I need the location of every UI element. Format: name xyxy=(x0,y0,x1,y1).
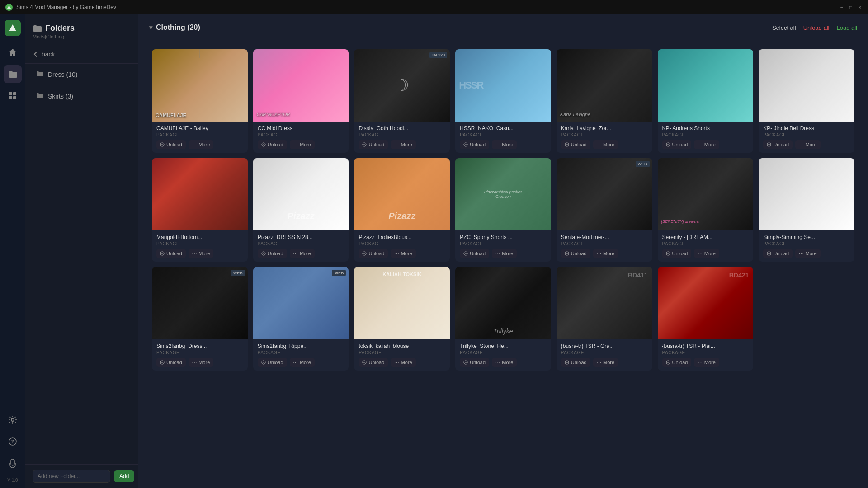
mod-actions: Unload ··· More xyxy=(258,140,344,149)
mod-card[interactable]: KP- Jingle Bell Dress PACKAGE Unload ···… xyxy=(759,49,854,153)
more-button[interactable]: ··· More xyxy=(290,249,315,258)
sidebar-item-dress-label: Dress (10) xyxy=(48,71,77,78)
mod-card[interactable]: KP- Andreus Shorts PACKAGE Unload ··· Mo… xyxy=(658,49,754,153)
section-title: Clothing (20) xyxy=(156,23,200,32)
more-button[interactable]: ··· More xyxy=(694,358,719,367)
cursive-overlay: Karla Lavigne xyxy=(560,112,590,117)
unload-button[interactable]: Unload xyxy=(258,358,287,367)
add-folder-input[interactable] xyxy=(33,470,110,483)
mod-badge: WEB xyxy=(231,270,245,276)
more-button[interactable]: ··· More xyxy=(391,358,415,367)
unload-button[interactable]: Unload xyxy=(460,358,489,367)
mod-card[interactable]: Trillyke Trillyke_Stone_He... PACKAGE Un… xyxy=(455,267,551,371)
unload-button[interactable]: Unload xyxy=(662,140,692,149)
mod-card[interactable]: Simply-Simming Se... PACKAGE Unload ··· … xyxy=(759,158,854,262)
more-button[interactable]: ··· More xyxy=(492,140,517,149)
mod-type: PACKAGE xyxy=(561,350,648,355)
load-all-button[interactable]: Load all xyxy=(836,24,857,31)
maximize-button[interactable]: □ xyxy=(848,5,854,10)
mod-badge: WEB xyxy=(636,161,650,167)
unload-button[interactable]: Unload xyxy=(156,140,186,149)
more-button[interactable]: ··· More xyxy=(492,358,517,367)
brand-overlay: CAMUFLAJE xyxy=(156,113,186,118)
unload-button[interactable]: Unload xyxy=(359,358,388,367)
mod-actions: Unload ··· More xyxy=(258,358,344,367)
more-button[interactable]: ··· More xyxy=(189,140,213,149)
svg-marker-0 xyxy=(7,5,11,9)
more-button[interactable]: ··· More xyxy=(391,249,415,258)
more-button[interactable]: ··· More xyxy=(593,249,618,258)
more-button[interactable]: ··· More xyxy=(391,140,415,149)
mod-card[interactable]: MarigoldFBottom... PACKAGE Unload ··· Mo… xyxy=(152,158,248,262)
unload-button[interactable]: Unload xyxy=(561,249,590,258)
mod-name: {busra-tr} TSR - Plai... xyxy=(662,343,749,349)
more-button[interactable]: ··· More xyxy=(795,140,820,149)
nav-settings-button[interactable] xyxy=(4,411,22,429)
nav-clip-button[interactable] xyxy=(4,454,22,472)
nav-grid-button[interactable] xyxy=(4,87,22,105)
minimize-button[interactable]: − xyxy=(839,5,844,10)
mod-card[interactable]: KALIAH TOKSIK toksik_kaliah_blouse PACKA… xyxy=(354,267,450,371)
mod-thumbnail: KALIAH TOKSIK xyxy=(354,267,450,339)
nav-rail: ? V 1.0 xyxy=(0,14,25,488)
mod-name: Pizazz_LadiesBlous... xyxy=(359,234,445,240)
sidebar-item-skirts[interactable]: Skirts (3) xyxy=(29,86,135,106)
mod-card[interactable]: [SERENITY] dreamer Serenity - [DREAM... … xyxy=(658,158,754,262)
pizazz-overlay: Pizazz xyxy=(388,211,415,221)
mod-actions: Unload ··· More xyxy=(662,249,749,258)
nav-folder-button[interactable] xyxy=(4,65,22,83)
unload-button[interactable]: Unload xyxy=(460,140,489,149)
unload-all-button[interactable]: Unload all xyxy=(803,24,830,31)
more-button[interactable]: ··· More xyxy=(492,249,517,258)
mod-card[interactable]: HSSR HSSR_NAKO_Casu... PACKAGE Unload ··… xyxy=(455,49,551,153)
unload-button[interactable]: Unload xyxy=(561,140,590,149)
unload-button[interactable]: Unload xyxy=(359,140,388,149)
unload-button[interactable]: Unload xyxy=(662,249,692,258)
mod-card[interactable]: Pinkzombiecupcakes Creation PZC_Sporty S… xyxy=(455,158,551,262)
select-all-button[interactable]: Select all xyxy=(772,24,796,31)
unload-button[interactable]: Unload xyxy=(460,249,489,258)
unload-button[interactable]: Unload xyxy=(763,140,793,149)
unload-button[interactable]: Unload xyxy=(763,249,793,258)
unload-button[interactable]: Unload xyxy=(156,249,186,258)
more-button[interactable]: ··· More xyxy=(795,249,820,258)
more-button[interactable]: ··· More xyxy=(189,249,213,258)
mod-card[interactable]: BD421 {busra-tr} TSR - Plai... PACKAGE U… xyxy=(658,267,754,371)
more-button[interactable]: ··· More xyxy=(290,358,315,367)
mod-card[interactable]: WEB Sims2fanbg_Dress... PACKAGE Unload ·… xyxy=(152,267,248,371)
more-button[interactable]: ··· More xyxy=(694,140,719,149)
mod-type: PACKAGE xyxy=(156,132,243,137)
add-folder-button[interactable]: Add xyxy=(114,470,134,482)
more-button[interactable]: ··· More xyxy=(189,358,213,367)
more-button[interactable]: ··· More xyxy=(593,358,618,367)
nav-home-button[interactable] xyxy=(4,43,22,61)
mod-card[interactable]: BD411 {busra-tr} TSR - Gra... PACKAGE Un… xyxy=(557,267,652,371)
back-button[interactable]: back xyxy=(25,45,138,64)
mod-card[interactable]: WEB Sentate-Mortimer-... PACKAGE Unload … xyxy=(557,158,652,262)
mod-card[interactable]: CAMUFLAJE CAMUFLAJE - Bailey PACKAGE Unl… xyxy=(152,49,248,153)
unload-button[interactable]: Unload xyxy=(156,358,186,367)
unload-button[interactable]: Unload xyxy=(258,140,287,149)
mod-type: PACKAGE xyxy=(156,350,243,355)
mod-card[interactable]: WEB Sims2fanbg_Rippe... PACKAGE Unload ·… xyxy=(253,267,349,371)
close-button[interactable]: ✕ xyxy=(857,5,863,10)
mod-card[interactable]: Pizazz Pizazz_LadiesBlous... PACKAGE Unl… xyxy=(354,158,450,262)
mod-info: Sims2fanbg_Rippe... PACKAGE Unload ··· M… xyxy=(253,339,349,371)
mod-type: PACKAGE xyxy=(258,241,344,246)
unload-button[interactable]: Unload xyxy=(258,249,287,258)
more-button[interactable]: ··· More xyxy=(593,140,618,149)
nav-help-button[interactable]: ? xyxy=(4,432,22,450)
more-button[interactable]: ··· More xyxy=(290,140,315,149)
sidebar-item-dress[interactable]: Dress (10) xyxy=(29,65,135,84)
mod-thumbnail: Trillyke xyxy=(455,267,551,339)
mod-card[interactable]: Pizazz Pizazz_DRESS N 28... PACKAGE Unlo… xyxy=(253,158,349,262)
unload-button[interactable]: Unload xyxy=(561,358,590,367)
mod-card[interactable]: CAR*NCAPTOR CC.Midi Dress PACKAGE Unload… xyxy=(253,49,349,153)
mod-thumbnail: BD411 xyxy=(557,267,652,339)
mod-card[interactable]: TN 128☽ Dissia_Goth Hoodi... PACKAGE Unl… xyxy=(354,49,450,153)
more-button[interactable]: ··· More xyxy=(694,249,719,258)
mod-type: PACKAGE xyxy=(662,132,749,137)
mod-card[interactable]: Karla Lavigne Karla_Lavigne_Zor... PACKA… xyxy=(557,49,652,153)
unload-button[interactable]: Unload xyxy=(662,358,692,367)
unload-button[interactable]: Unload xyxy=(359,249,388,258)
